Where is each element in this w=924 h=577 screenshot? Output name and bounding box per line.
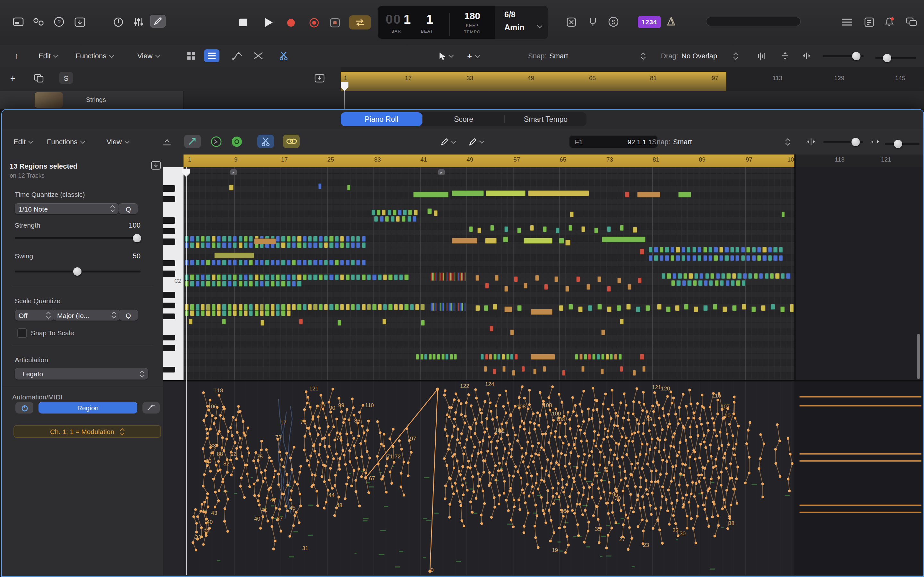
list-editors-icon[interactable]	[839, 15, 855, 28]
midi-note[interactable]	[531, 354, 555, 359]
midi-note[interactable]	[493, 354, 497, 359]
midi-note[interactable]	[324, 236, 328, 242]
midi-note[interactable]	[503, 237, 508, 242]
midi-note[interactable]	[190, 242, 194, 248]
midi-note[interactable]	[313, 236, 318, 242]
midi-note[interactable]	[206, 274, 210, 280]
midi-note[interactable]	[201, 259, 205, 266]
midi-note[interactable]	[356, 236, 360, 242]
midi-note[interactable]	[391, 216, 395, 222]
midi-note[interactable]	[580, 354, 583, 359]
midi-note[interactable]	[393, 210, 397, 215]
midi-note[interactable]	[270, 259, 275, 266]
midi-note[interactable]	[330, 259, 334, 266]
scale-quantize-apply-button[interactable]: Q	[119, 309, 138, 321]
midi-note[interactable]	[703, 247, 707, 253]
midi-note[interactable]	[601, 330, 605, 335]
midi-note[interactable]	[378, 274, 382, 280]
midi-note[interactable]	[693, 280, 697, 286]
collapse-mode-icon[interactable]	[160, 136, 174, 147]
midi-note[interactable]	[642, 366, 646, 372]
midi-note[interactable]	[562, 370, 565, 376]
midi-note[interactable]	[260, 259, 264, 266]
midi-note[interactable]	[462, 272, 463, 281]
midi-note[interactable]	[222, 310, 226, 316]
midi-note[interactable]	[222, 319, 226, 324]
midi-note[interactable]	[780, 306, 785, 312]
lcd-position[interactable]: 00 1 1 BAR BEAT	[377, 6, 449, 39]
midi-note[interactable]	[759, 273, 763, 279]
midi-note[interactable]	[185, 274, 189, 280]
midi-note[interactable]	[195, 259, 200, 266]
midi-note[interactable]	[238, 304, 242, 310]
midi-note[interactable]	[276, 304, 280, 310]
midi-note[interactable]	[617, 277, 621, 283]
midi-note[interactable]	[450, 272, 451, 281]
midi-note[interactable]	[543, 366, 546, 372]
midi-note[interactable]	[530, 225, 534, 230]
midi-note[interactable]	[346, 259, 350, 266]
midi-note[interactable]	[670, 255, 675, 261]
midi-note[interactable]	[302, 304, 307, 310]
midi-note[interactable]	[308, 304, 312, 310]
midi-note[interactable]	[620, 319, 624, 324]
midi-note[interactable]	[346, 304, 350, 310]
midi-note[interactable]	[436, 303, 437, 311]
tab-smart-tempo[interactable]: Smart Tempo	[505, 112, 586, 126]
midi-note[interactable]	[254, 310, 258, 316]
midi-note[interactable]	[455, 272, 456, 281]
midi-note[interactable]	[201, 281, 205, 287]
midi-note[interactable]	[752, 247, 756, 253]
midi-note[interactable]	[746, 247, 750, 253]
midi-note[interactable]	[475, 305, 480, 311]
midi-note[interactable]	[324, 274, 328, 280]
midi-note[interactable]	[485, 238, 497, 243]
midi-note[interactable]	[781, 273, 785, 279]
midi-note[interactable]	[682, 280, 686, 286]
midi-note[interactable]	[380, 216, 383, 222]
midi-note[interactable]	[489, 326, 493, 331]
midi-note[interactable]	[286, 281, 291, 287]
midi-note[interactable]	[457, 272, 458, 281]
midi-note[interactable]	[190, 281, 194, 287]
midi-note[interactable]	[212, 304, 216, 310]
midi-note[interactable]	[340, 259, 344, 266]
midi-note[interactable]	[657, 304, 662, 309]
midi-note[interactable]	[607, 306, 612, 312]
midi-note[interactable]	[447, 303, 448, 311]
midi-note[interactable]	[556, 227, 559, 233]
midi-note[interactable]	[233, 274, 237, 280]
global-solo-button[interactable]: S	[59, 72, 73, 84]
midi-note[interactable]	[446, 272, 447, 281]
midi-note[interactable]	[598, 276, 601, 282]
midi-note[interactable]	[228, 310, 232, 316]
midi-note[interactable]	[249, 274, 253, 280]
pr-view-menu[interactable]: View	[107, 129, 129, 155]
midi-note[interactable]	[367, 274, 371, 280]
midi-note[interactable]	[297, 274, 302, 280]
vertical-scrollbar[interactable]	[917, 334, 920, 379]
midi-note[interactable]	[433, 354, 436, 359]
midi-note[interactable]	[195, 274, 200, 280]
midi-note[interactable]	[387, 210, 391, 215]
midi-note[interactable]	[297, 304, 302, 310]
midi-note[interactable]	[190, 259, 194, 266]
midi-note[interactable]	[286, 310, 291, 316]
midi-note[interactable]	[238, 310, 242, 316]
midi-note[interactable]	[233, 259, 237, 266]
midi-note[interactable]	[515, 354, 518, 359]
stop-button[interactable]	[236, 17, 250, 28]
midi-note[interactable]	[638, 277, 642, 283]
midi-note[interactable]	[719, 255, 724, 261]
inspector-catch-icon[interactable]	[150, 160, 162, 171]
midi-note[interactable]	[281, 259, 286, 266]
midi-note[interactable]	[217, 281, 221, 287]
midi-note[interactable]	[689, 273, 693, 279]
midi-note[interactable]	[736, 280, 740, 286]
midi-note[interactable]	[281, 242, 286, 248]
midi-note[interactable]	[440, 272, 441, 281]
midi-note[interactable]	[222, 259, 226, 266]
midi-note[interactable]	[402, 216, 405, 222]
midi-note[interactable]	[735, 255, 740, 261]
midi-note[interactable]	[628, 284, 632, 290]
